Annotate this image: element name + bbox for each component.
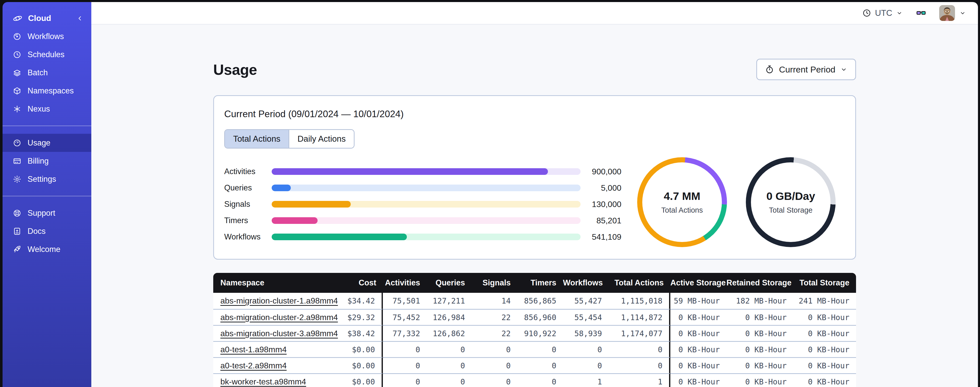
cell-active-storage: 0 KB-Hour: [670, 373, 727, 387]
cell-signals: 22: [472, 325, 517, 341]
cell-signals: 22: [472, 309, 517, 325]
cell-activities: 75,501: [383, 293, 427, 309]
cell-total-storage: 0 KB-Hour: [793, 357, 856, 373]
sidebar-divider: [3, 196, 91, 196]
cell-workflows: 1: [563, 373, 609, 387]
sidebar-item-docs[interactable]: Docs: [3, 222, 91, 240]
namespace-link[interactable]: a0-test-1.a98mm4: [220, 345, 287, 354]
cell-retained-storage: 0 KB-Hour: [727, 373, 793, 387]
totals-donuts: 4.7 MMTotal Actions0 GB/DayTotal Storage: [637, 157, 836, 247]
sidebar: Cloud WorkflowsSchedulesBatchNamespacesN…: [3, 2, 91, 387]
table-row: a0-test-1.a98mm4$0.000000000 KB-Hour0 KB…: [213, 341, 856, 357]
namespace-link[interactable]: abs-migration-cluster-1.a98mm4: [220, 296, 338, 305]
bar-fill: [272, 201, 351, 208]
cell-active-storage: 0 KB-Hour: [670, 309, 727, 325]
cell-activities: 0: [383, 357, 427, 373]
user-avatar[interactable]: [939, 5, 955, 21]
donut-label: Total Storage: [769, 206, 813, 214]
bar-value: 900,000: [581, 167, 621, 176]
sidebar-item-support[interactable]: Support: [3, 204, 91, 222]
sidebar-item-settings[interactable]: Settings: [3, 170, 91, 188]
namespace-link[interactable]: bk-worker-test.a98mm4: [220, 377, 306, 386]
usage-summary-card: Current Period (09/01/2024 — 10/01/2024)…: [213, 95, 856, 260]
cell-active-storage: 0 KB-Hour: [670, 357, 727, 373]
bar-value: 85,201: [581, 216, 621, 225]
topbar: UTC: [91, 2, 978, 24]
donut-label: Total Actions: [662, 206, 703, 214]
page-title: Usage: [213, 61, 257, 78]
namespace-link[interactable]: abs-migration-cluster-2.a98mm4: [220, 313, 338, 322]
clock-icon: [862, 8, 871, 18]
bar-value: 541,109: [581, 232, 621, 242]
cell-total-storage: 0 KB-Hour: [793, 325, 856, 341]
workflows-icon: [13, 32, 21, 41]
timezone-label: UTC: [875, 8, 892, 18]
period-chevron-down-icon: [840, 66, 848, 73]
donut-total-storage: 0 GB/DayTotal Storage: [746, 157, 836, 247]
cell-activities: 0: [383, 341, 427, 357]
table-row: abs-migration-cluster-2.a98mm4$29.3275,4…: [213, 309, 856, 325]
cell-total-storage: 0 KB-Hour: [793, 309, 856, 325]
column-header-retained-storage: Retained Storage: [727, 273, 793, 293]
period-dropdown-button[interactable]: Current Period: [756, 59, 856, 80]
sidebar-item-label: Schedules: [27, 50, 65, 59]
sidebar-item-billing[interactable]: Billing: [3, 152, 91, 170]
sidebar-item-namespaces[interactable]: Namespaces: [3, 82, 91, 100]
table-row: bk-worker-test.a98mm4$0.000000110 KB-Hou…: [213, 373, 856, 387]
namespace-link[interactable]: a0-test-2.a98mm4: [220, 361, 287, 370]
tab-total-actions[interactable]: Total Actions: [225, 130, 288, 148]
sidebar-item-schedules[interactable]: Schedules: [3, 45, 91, 64]
cell-queries: 0: [427, 357, 472, 373]
cell-cost: $0.00: [336, 341, 383, 357]
sidebar-item-label: Docs: [27, 227, 46, 236]
column-header-total-storage: Total Storage: [793, 273, 856, 293]
namespaces-icon: [13, 86, 21, 95]
temporal-cloud-logo-icon: [13, 14, 22, 23]
cell-queries: 126,862: [427, 325, 472, 341]
bar-row-workflows: Workflows541,109: [224, 229, 621, 245]
column-header-activities: Activities: [383, 273, 427, 293]
cell-cost: $38.42: [336, 325, 383, 341]
period-dropdown-label: Current Period: [779, 65, 835, 75]
sidebar-item-usage[interactable]: Usage: [3, 134, 91, 152]
namespace-usage-table: NamespaceCostActivitiesQueriesSignalsTim…: [213, 273, 856, 387]
sidebar-item-welcome[interactable]: Welcome: [3, 240, 91, 258]
sidebar-item-batch[interactable]: Batch: [3, 64, 91, 82]
timezone-chevron-down-icon: [896, 10, 903, 17]
app-window: Cloud WorkflowsSchedulesBatchNamespacesN…: [3, 2, 978, 387]
cell-total-actions: 1,115,018: [609, 293, 670, 309]
user-menu[interactable]: [939, 5, 966, 21]
cell-workflows: 55,454: [563, 309, 609, 325]
cell-activities: 75,452: [383, 309, 427, 325]
cell-queries: 127,211: [427, 293, 472, 309]
table-row: a0-test-2.a98mm4$0.000000000 KB-Hour0 KB…: [213, 357, 856, 373]
sidebar-item-label: Namespaces: [27, 86, 74, 96]
schedules-icon: [13, 50, 21, 59]
bar-fill: [272, 185, 291, 191]
timezone-selector[interactable]: UTC: [862, 8, 903, 18]
content-area: Usage Current Period Current Period (09/…: [91, 24, 978, 387]
cell-timers: 856,865: [517, 293, 563, 309]
bar-label: Activities: [224, 167, 272, 176]
namespace-link[interactable]: abs-migration-cluster-3.a98mm4: [220, 329, 338, 338]
sidebar-collapse-icon[interactable]: [76, 14, 84, 22]
dev-mode-glasses-icon[interactable]: [915, 8, 928, 18]
cell-retained-storage: 182 MB-Hour: [727, 293, 793, 309]
column-header-total-actions: Total Actions: [609, 273, 670, 293]
bar-track: [272, 233, 581, 240]
sidebar-header: Cloud: [3, 9, 91, 27]
cell-signals: 0: [472, 373, 517, 387]
bar-row-timers: Timers85,201: [224, 213, 621, 229]
donut-value: 4.7 MM: [664, 190, 700, 202]
sidebar-item-workflows[interactable]: Workflows: [3, 27, 91, 45]
sidebar-item-nexus[interactable]: Nexus: [3, 100, 91, 118]
cell-cost: $0.00: [336, 373, 383, 387]
namespace-cell: a0-test-1.a98mm4: [213, 341, 336, 357]
cell-total-actions: 1: [609, 373, 670, 387]
window-frame: Cloud WorkflowsSchedulesBatchNamespacesN…: [0, 0, 980, 387]
settings-icon: [13, 175, 21, 184]
bar-track: [272, 185, 581, 191]
bar-label: Workflows: [224, 232, 272, 241]
bar-fill: [272, 217, 318, 224]
tab-daily-actions[interactable]: Daily Actions: [288, 130, 354, 148]
